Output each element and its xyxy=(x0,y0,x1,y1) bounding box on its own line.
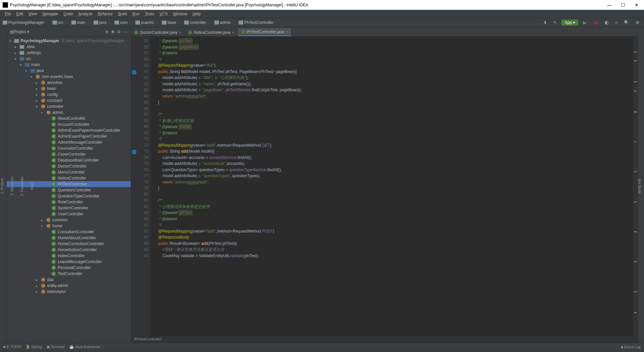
tree-item-constant[interactable]: ▸constant xyxy=(7,98,131,104)
tree-item-com-yuanlrc-base[interactable]: ▾com.yuanlrc.base xyxy=(7,74,131,80)
menu-window[interactable]: Window xyxy=(171,11,189,17)
tree-item-AccountController[interactable]: CAccountController xyxy=(7,121,131,127)
tool-ant-build[interactable]: Ant Build xyxy=(638,179,642,193)
menu-refactor[interactable]: Refactor xyxy=(96,11,115,17)
gutter[interactable]: 5556575859🌐60616263646566676869707172🌐73… xyxy=(131,36,151,336)
stop-icon[interactable]: ■ xyxy=(613,20,619,26)
tree-item-PhTestController[interactable]: CPhTestController xyxy=(7,181,131,187)
tree-item-CounselorController[interactable]: CCounselorController xyxy=(7,145,131,151)
tab-DoctorController[interactable]: DoctorController.java× xyxy=(131,29,185,36)
editor-breadcrumb[interactable]: PhTestController xyxy=(131,336,637,343)
marker-bar[interactable] xyxy=(633,36,637,336)
close-icon[interactable]: × xyxy=(286,30,288,34)
tree-item-CoverController[interactable]: CCoverController xyxy=(7,151,131,157)
tree-item-home[interactable]: ▾home xyxy=(7,223,131,229)
build-icon[interactable]: ⬇ xyxy=(541,20,549,26)
tree-item-main[interactable]: ▾main xyxy=(7,62,131,68)
tree-item-entity-admin[interactable]: ▸entity.admin xyxy=(7,283,131,289)
breadcrumb-item[interactable]: com xyxy=(114,20,128,25)
maximize-button[interactable]: ☐ xyxy=(618,2,628,8)
target-icon[interactable]: ⊕ xyxy=(105,30,108,34)
project-view-icon[interactable]: ▤ xyxy=(10,30,14,34)
status--terminal[interactable]: ▣ Terminal xyxy=(46,345,64,349)
hide-icon[interactable]: — xyxy=(123,30,127,34)
tree-item-TestController[interactable]: CTestController xyxy=(7,271,131,277)
tree-item-AdminExamPaperAnswerController[interactable]: CAdminExamPaperAnswerController xyxy=(7,127,131,133)
breadcrumb-item[interactable]: PhTestController xyxy=(239,20,274,25)
tree-item-HomeAboutController[interactable]: CHomeAboutController xyxy=(7,235,131,241)
menu-edit[interactable]: Edit xyxy=(14,11,25,17)
tree-item--idea[interactable]: ▸.idea xyxy=(7,44,131,50)
close-icon[interactable]: × xyxy=(179,31,181,35)
status--java-enterprise[interactable]: ☕ Java Enterprise xyxy=(69,345,100,349)
event-log[interactable]: ■ Event Log xyxy=(621,345,641,349)
breadcrumb-item[interactable]: yuanlrc xyxy=(135,20,154,25)
menu-run[interactable]: Run xyxy=(130,11,142,17)
tab-NoticeController[interactable]: NoticeController.java× xyxy=(185,29,238,36)
settings-icon[interactable]: ⚙ xyxy=(117,30,121,34)
menu-code[interactable]: Code xyxy=(61,11,75,17)
breadcrumb-item[interactable]: main xyxy=(71,20,86,25)
tree-item-RoleController[interactable]: CRoleController xyxy=(7,199,131,205)
tree-item-QuestionController[interactable]: CQuestionController xyxy=(7,187,131,193)
menu-view[interactable]: View xyxy=(27,11,39,17)
menu-build[interactable]: Build xyxy=(116,11,129,17)
tree-item-src[interactable]: ▾src xyxy=(7,56,131,62)
close-icon[interactable]: × xyxy=(232,31,234,35)
code-area[interactable]: * @param phTest * @param pageBean * @ret… xyxy=(151,36,633,336)
breadcrumb-item[interactable]: base xyxy=(162,20,176,25)
menu-analyze[interactable]: Analyze xyxy=(76,11,95,17)
project-tree[interactable]: ▾PsychologyManagerE:\idea_space\Psycholo… xyxy=(7,36,131,343)
run-icon[interactable]: ▶ xyxy=(581,19,589,26)
tree-item-UserController[interactable]: CUserController xyxy=(7,211,131,217)
coverage-icon[interactable]: ◧ xyxy=(603,20,610,26)
menu-vcs[interactable]: VCS xyxy=(158,11,170,17)
tree-item-interceptor[interactable]: ▸interceptor xyxy=(7,289,131,295)
status--6-todo[interactable]: ■ 6: TODO xyxy=(3,345,21,349)
tool-1-project[interactable]: 1: Project xyxy=(0,178,4,194)
debug-icon[interactable]: 🐞 xyxy=(591,20,600,26)
menu-file[interactable]: File xyxy=(3,11,13,17)
tree-item-config[interactable]: ▸config xyxy=(7,92,131,98)
tree-root[interactable]: ▾PsychologyManagerE:\idea_space\Psycholo… xyxy=(7,38,131,44)
tree-item-AdminMessageController[interactable]: CAdminMessageController xyxy=(7,139,131,145)
tree-item-PersonalController[interactable]: CPersonalController xyxy=(7,265,131,271)
menu-navigate[interactable]: Navigate xyxy=(40,11,60,17)
tool-web[interactable]: Web xyxy=(30,182,34,190)
tool-2-favorites[interactable]: 2: Favorites xyxy=(20,177,24,196)
search-icon[interactable]: 🔍 xyxy=(622,20,631,26)
breadcrumb-item[interactable]: src xyxy=(52,20,63,25)
breadcrumb-item[interactable]: controller xyxy=(184,20,206,25)
close-button[interactable]: ✕ xyxy=(632,2,641,8)
tree-item-admin[interactable]: ▾admin xyxy=(7,109,131,115)
tree-item-SystemController[interactable]: CSystemController xyxy=(7,205,131,211)
back-icon[interactable]: ↖ xyxy=(551,20,559,26)
tree-item-java[interactable]: ▾java xyxy=(7,68,131,74)
tab-PhTestController[interactable]: PhTestController.java× xyxy=(238,28,292,36)
tool-7-structure[interactable]: 7: Structure xyxy=(10,177,14,196)
menu-help[interactable]: Help xyxy=(190,11,203,17)
tree-item-common[interactable]: ▸common xyxy=(7,217,131,223)
tree-item-QuestionTypeController[interactable]: CQuestionTypeController xyxy=(7,193,131,199)
tree-item-ConsultantController[interactable]: CConsultantController xyxy=(7,229,131,235)
tree-item-HomeNoticeController[interactable]: CHomeNoticeController xyxy=(7,247,131,253)
sidebar-title[interactable]: Project ▾ xyxy=(14,30,105,34)
menu-tools[interactable]: Tools xyxy=(143,11,156,17)
minimize-button[interactable]: — xyxy=(605,2,614,8)
tree-item-MenuController[interactable]: CMenuController xyxy=(7,169,131,175)
tree-item-LeaveMessageController[interactable]: CLeaveMessageController xyxy=(7,259,131,265)
tree-item-bean[interactable]: ▸bean xyxy=(7,86,131,92)
run-config-dropdown[interactable]: App ▾ xyxy=(561,20,578,26)
tree-item-annotion[interactable]: ▸annotion xyxy=(7,80,131,86)
collapse-icon[interactable]: ✱ xyxy=(111,30,114,34)
tree-item-NoticeController[interactable]: CNoticeController xyxy=(7,175,131,181)
tree-item-IndexController[interactable]: CIndexController xyxy=(7,253,131,259)
tree-item-dao[interactable]: ▸dao xyxy=(7,277,131,283)
tree-item-HomeCorrectionController[interactable]: CHomeCorrectionController xyxy=(7,241,131,247)
breadcrumb-item[interactable]: PsychologyManager xyxy=(3,20,44,25)
tree-item-controller[interactable]: ▾controller xyxy=(7,104,131,109)
tree-item--settings[interactable]: ▸.settings xyxy=(7,50,131,56)
breadcrumb-item[interactable]: java xyxy=(94,20,107,25)
tree-item-DatabaseBakController[interactable]: CDatabaseBakController xyxy=(7,157,131,163)
breadcrumb-item[interactable]: admin xyxy=(214,20,231,25)
